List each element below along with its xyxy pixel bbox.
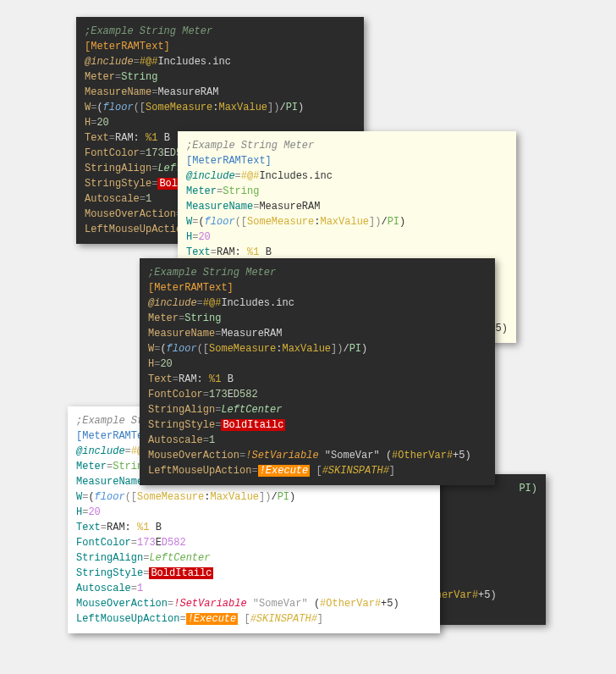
section-line: [MeterRAMText]: [186, 153, 508, 168]
stringalign-line: StringAlign=LeftCenter: [148, 402, 487, 417]
text-line: Text=RAM: %1 B: [76, 520, 432, 535]
w-line: W=(floor([SomeMeasure:MaxValue])/PI): [186, 214, 508, 229]
include-line: @include=#@#Includes.inc: [85, 54, 355, 69]
leftmouse-line: LeftMouseUpAction=!Execute [#SKINSPATH#]: [148, 463, 487, 478]
meter-line: Meter=String: [186, 184, 508, 199]
comment-line: ;Example String Meter: [85, 24, 355, 39]
autoscale-line: Autoscale=1: [76, 581, 432, 596]
section-line: [MeterRAMText]: [148, 280, 487, 296]
w-line: W=(floor([SomeMeasure:MaxValue])/PI): [76, 489, 432, 505]
code-panel-3: ;Example String Meter [MeterRAMText] @in…: [140, 258, 495, 485]
mouseover-line: MouseOverAction=!SetVariable "SomeVar" (…: [76, 596, 432, 611]
h-line: H=20: [85, 115, 355, 130]
measure-line: MeasureName=MeasureRAM: [186, 199, 508, 214]
comment-line: ;Example String Meter: [148, 265, 487, 280]
h-line: H=20: [186, 229, 508, 245]
h-line: H=20: [148, 356, 487, 372]
autoscale-line: Autoscale=1: [148, 433, 487, 448]
text-line: Text=RAM: %1 B: [148, 372, 487, 387]
include-line: @include=#@#Includes.inc: [148, 296, 487, 311]
leftmouse-line: LeftMouseUpAction=!Execute [#SKINSPATH#]: [76, 611, 432, 627]
fontcolor-line: FontColor=173ED582: [76, 535, 432, 550]
fontcolor-line: FontColor=173ED582: [148, 387, 487, 402]
stringstyle-line: StringStyle=BoldItailc: [148, 417, 487, 433]
comment-line: ;Example String Meter: [186, 138, 508, 153]
measure-line: MeasureName=MeasureRAM: [148, 326, 487, 341]
include-line: @include=#@#Includes.inc: [186, 168, 508, 184]
mouseover-line: MouseOverAction=!SetVariable "SomeVar" (…: [148, 448, 487, 463]
meter-line: Meter=String: [85, 69, 355, 85]
measure-line: MeasureName=MeasureRAM: [85, 85, 355, 100]
h-line: H=20: [76, 505, 432, 520]
stringalign-line: StringAlign=LeftCenter: [76, 550, 432, 566]
w-line: W=(floor([SomeMeasure:MaxValue])/PI): [148, 341, 487, 356]
w-line: W=(floor([SomeMeasure:MaxValue])/PI): [85, 100, 355, 115]
stringstyle-line: StringStyle=BoldItailc: [76, 566, 432, 581]
section-line: [MeterRAMText]: [85, 39, 355, 54]
meter-line: Meter=String: [148, 311, 487, 326]
